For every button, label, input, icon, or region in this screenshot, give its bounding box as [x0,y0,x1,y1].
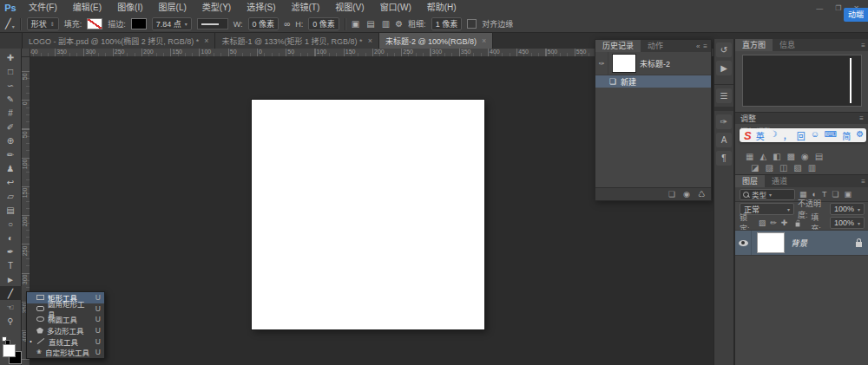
tab-actions[interactable]: 动作 [641,40,670,52]
line-tool[interactable]: ╱ [0,286,22,300]
lock-position-icon[interactable]: ✚ [781,218,788,227]
ime-simplified-icon[interactable]: 简 [842,129,851,142]
adjustment-icon[interactable]: ▦ [746,152,753,161]
paragraph-panel-icon[interactable]: ¶ [716,151,732,166]
hand-tool[interactable]: ☜ [0,300,22,314]
dock-collapse-bar[interactable] [714,107,733,111]
lock-all-icon[interactable] [796,222,800,226]
ime-toolbox-icon[interactable]: ⚙ [856,129,864,142]
layer-filter-select[interactable]: 类型 ▾ [740,189,795,200]
panel-menu-icon[interactable]: ≡ [703,42,707,50]
polygon-tool-item[interactable]: 多边形工具 U [27,325,104,336]
height-input[interactable]: 0 像素 [308,17,339,30]
quick-selection-tool[interactable]: ✎ [0,92,22,106]
properties-panel-icon[interactable]: ☰ [716,88,732,103]
tab-layers[interactable]: 图层 [735,175,765,187]
path-operations-button[interactable]: ▣ [352,19,359,29]
blur-tool[interactable]: ○ [0,217,22,231]
filter-shape-layers-icon[interactable]: ❏ [832,190,838,199]
new-snapshot-button[interactable]: ◉ [683,190,690,199]
adjustment-icon[interactable]: ▨ [765,163,773,173]
clone-stamp-tool[interactable]: ♟ [0,161,22,175]
minimize-button[interactable]: — [816,4,823,12]
history-brush-tool[interactable]: ↩ [0,175,22,189]
adjustment-icon[interactable]: ◭ [760,152,766,161]
actions-panel-icon[interactable]: ▶ [716,61,732,75]
adjustment-icon[interactable]: ◫ [779,163,787,173]
new-document-from-state-button[interactable]: ❏ [668,190,675,199]
path-alignment-button[interactable]: ▤ [366,19,374,29]
adjustment-icon[interactable]: ▧ [793,163,801,173]
ime-mode-icon[interactable]: 回 [797,129,806,142]
current-tool-icon[interactable]: ╱▾ [5,18,15,29]
menu-filter[interactable]: 滤镜(T) [284,0,328,16]
fill-input[interactable]: 100% ▾ [830,217,865,229]
menu-edit[interactable]: 编辑(E) [65,0,109,16]
tab-history[interactable]: 历史记录 [595,40,641,52]
dodge-tool[interactable]: ◐ [0,231,22,244]
align-edges-checkbox[interactable] [467,19,477,29]
lock-image-pixels-icon[interactable]: ✏ [770,218,777,227]
rectangular-marquee-tool[interactable]: □ [0,64,22,78]
adjustment-icon[interactable]: ◧ [773,152,780,161]
collapse-panel-icon[interactable]: « [696,42,700,50]
menu-view[interactable]: 视图(V) [327,0,372,16]
lasso-tool[interactable]: ∽ [0,78,22,92]
filter-smart-objects-icon[interactable]: ▣ [845,190,852,199]
stroke-style-select[interactable] [197,18,228,29]
fill-swatch[interactable] [87,18,102,29]
history-state-row[interactable]: ❏ 新建 [595,75,711,88]
close-tab-icon[interactable]: × [482,36,486,45]
menu-help[interactable]: 帮助(H) [419,0,464,16]
close-tab-icon[interactable]: × [204,36,208,45]
dock-separator[interactable] [714,79,733,85]
menu-window[interactable]: 窗口(W) [372,0,419,16]
adjustment-icon[interactable]: ▩ [787,152,795,161]
delete-state-button[interactable]: ♺ [698,190,705,199]
history-brush-source-icon[interactable]: ✑ [595,52,608,75]
document-tab-2[interactable]: 未标题-1 @ 133%(矩形 1 拷贝, RGB/8) * × [215,33,378,49]
panel-menu-icon[interactable]: ≡ [861,42,865,49]
document-canvas[interactable] [252,100,484,329]
layer-visibility-toggle[interactable] [735,231,752,255]
ime-punctuation-icon[interactable]: ， [783,129,792,142]
link-wh-icon[interactable]: ∞ [284,19,290,29]
ellipse-tool-item[interactable]: 椭圆工具 U [27,314,104,325]
eyedropper-tool[interactable]: ✐ [0,120,22,134]
zoom-tool[interactable]: ⚲ [0,314,22,328]
brush-panel-icon[interactable]: ✑ [716,114,732,129]
thickness-input[interactable]: 1 像素 [431,17,463,30]
menu-layer[interactable]: 图层(L) [151,0,194,16]
sogou-logo-icon[interactable]: S [744,129,752,142]
tab-channels[interactable]: 通道 [765,175,794,187]
pen-tool[interactable]: ✒ [0,244,22,258]
foreground-color-swatch[interactable] [3,344,16,357]
history-panel-icon[interactable]: ↺ [716,42,732,57]
gradient-tool[interactable]: ▤ [0,203,22,217]
tab-info[interactable]: 信息 [773,39,802,51]
eraser-tool[interactable]: ▱ [0,189,22,203]
crop-tool[interactable]: # [0,106,22,120]
width-input[interactable]: 0 像素 [248,17,279,30]
menu-image[interactable]: 图像(I) [109,0,150,16]
history-snapshot-row[interactable]: ✑ 未标题-2 [595,52,711,75]
adjustment-icon[interactable]: ◉ [801,152,809,161]
opacity-input[interactable]: 100% ▾ [830,203,865,215]
adjustment-icon[interactable]: ▥ [808,163,816,173]
tool-mode-select[interactable]: 形状⇕ [27,17,59,30]
rounded-rectangle-tool-item[interactable]: 圆角矩形工具 U [27,303,104,315]
panel-menu-icon[interactable]: ≡ [859,114,864,122]
path-selection-tool[interactable]: ► [0,272,22,286]
document-tab-1[interactable]: LOGO - 副本.psd @ 100%(椭圆 2 拷贝, RGB/8) * × [23,33,215,49]
stroke-swatch[interactable] [131,18,147,29]
ime-keyboard-icon[interactable]: ⌨ [825,129,837,142]
menu-file[interactable]: 文件(F) [21,0,65,16]
healing-brush-tool[interactable]: ⊕ [0,134,22,147]
close-tab-icon[interactable]: × [368,36,372,45]
character-panel-icon[interactable]: A [716,133,732,147]
lock-transparent-pixels-icon[interactable]: ▨ [759,218,766,227]
brush-tool[interactable]: ✏ [0,147,22,161]
stroke-width-input[interactable]: 7.84 点▾ [152,17,192,30]
adjustment-icon[interactable]: ◪ [751,163,759,173]
restore-button[interactable]: ❐ [835,4,841,12]
